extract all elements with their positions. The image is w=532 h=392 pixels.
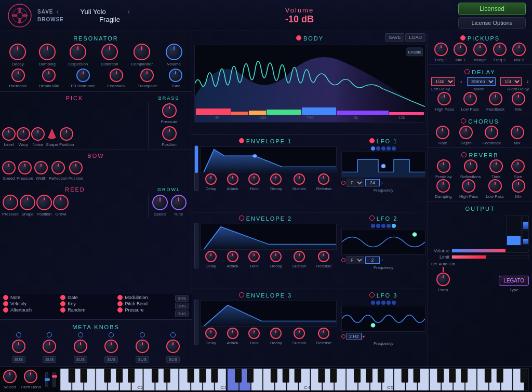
meta-sus-6[interactable]: SUS xyxy=(166,356,180,363)
porta-knob[interactable] xyxy=(436,273,450,286)
chorus-mix-knob[interactable] xyxy=(511,126,524,139)
reed-position-knob[interactable] xyxy=(36,195,52,210)
pitchbend-knob[interactable] xyxy=(24,370,37,383)
delay-power[interactable] xyxy=(464,69,470,74)
compander-knob[interactable] xyxy=(134,44,150,60)
env1-attack-knob[interactable] xyxy=(227,173,238,185)
bow-reflection-knob[interactable] xyxy=(51,161,65,174)
lfo3-heart-icon[interactable]: ♥ xyxy=(363,334,365,339)
prev-preset-button[interactable]: ‹ xyxy=(57,7,59,16)
right-delay-select[interactable]: 1/4 xyxy=(500,77,522,86)
meta-knob-2-control[interactable] xyxy=(43,340,56,353)
env3-attack-knob[interactable] xyxy=(227,328,238,339)
delay-lowpass-knob[interactable] xyxy=(463,92,477,105)
lfo2-note-icon[interactable]: ♪ xyxy=(381,258,383,262)
reverb-mix-knob[interactable] xyxy=(512,179,525,193)
bow-position-knob[interactable] xyxy=(69,161,83,174)
modulation-indicator[interactable] xyxy=(117,295,123,300)
fb-harmonic-knob[interactable] xyxy=(76,69,90,82)
meta-sus-1[interactable]: SUS xyxy=(12,356,25,363)
env2-decay-knob[interactable] xyxy=(270,251,282,262)
dispersion-knob[interactable] xyxy=(70,44,86,60)
bow-width-knob[interactable] xyxy=(34,161,48,174)
bow-speed-knob[interactable] xyxy=(2,161,16,174)
brass-pressure-knob[interactable] xyxy=(162,103,177,118)
pitchbend-indicator[interactable] xyxy=(117,301,123,306)
harmonic-knob[interactable] xyxy=(11,69,25,82)
distortion-knob[interactable] xyxy=(101,44,118,60)
resonator-feedback-knob[interactable] xyxy=(110,69,123,82)
mod-pressure-indicator[interactable] xyxy=(117,307,123,313)
piano-keyboard[interactable]: C2 C3 C4 C5 xyxy=(60,368,529,391)
reverb-time-knob[interactable] xyxy=(489,159,503,173)
mode-select[interactable]: Stereo xyxy=(467,77,496,86)
env1-hold-knob[interactable] xyxy=(248,173,260,185)
env1-release-knob[interactable] xyxy=(318,173,329,185)
browse-button[interactable]: BROWSE xyxy=(37,17,64,22)
note-indicator[interactable] xyxy=(3,295,8,300)
env1-power[interactable] xyxy=(239,138,244,143)
reverb-lowpass-knob[interactable] xyxy=(488,179,502,193)
body-save-button[interactable]: SAVE xyxy=(385,33,404,42)
meta-sus-4[interactable]: SUS xyxy=(104,356,118,363)
chorus-power[interactable] xyxy=(461,118,466,124)
chorus-feedback-knob[interactable] xyxy=(485,126,498,139)
body-load-button[interactable]: LOAD xyxy=(405,33,425,42)
chorus-rate-knob[interactable] xyxy=(436,126,449,139)
reed-shape-knob[interactable] xyxy=(20,195,35,210)
reverb-size-knob[interactable] xyxy=(511,159,525,173)
resonator-volume-knob[interactable] xyxy=(166,44,182,60)
reverb-power[interactable] xyxy=(461,152,467,157)
voices-knob[interactable] xyxy=(3,370,17,383)
env1-sustain-knob[interactable] xyxy=(294,173,305,185)
body-power[interactable] xyxy=(296,35,301,40)
licensed-button[interactable]: Licensed xyxy=(458,3,526,15)
sus-button-2[interactable]: SUS xyxy=(175,303,189,309)
mix2-knob[interactable] xyxy=(512,43,526,56)
porta-switch[interactable] xyxy=(443,267,444,272)
meta-knob-4-control[interactable] xyxy=(104,340,118,353)
mix1-knob[interactable] xyxy=(454,43,467,56)
sus-button-1[interactable]: SUS xyxy=(175,295,189,302)
lfo2-power[interactable] xyxy=(369,215,375,221)
pick-shape-icon[interactable] xyxy=(46,127,58,141)
sus-button-3[interactable]: SUS xyxy=(175,310,189,317)
delay-mix-knob[interactable] xyxy=(512,92,525,105)
reverb-reflections-knob[interactable] xyxy=(464,159,477,173)
decay-knob[interactable] xyxy=(9,44,26,60)
license-options-button[interactable]: License Options xyxy=(458,17,526,29)
next-preset-button[interactable]: › xyxy=(127,7,130,16)
reed-pressure-knob[interactable] xyxy=(3,195,18,210)
velocity-indicator[interactable] xyxy=(3,301,8,306)
env2-delay-knob[interactable] xyxy=(205,251,217,262)
env3-sustain-knob[interactable] xyxy=(294,328,305,339)
env2-hold-knob[interactable] xyxy=(248,251,260,262)
env1-delay-knob[interactable] xyxy=(205,173,217,185)
reverb-predelay-knob[interactable] xyxy=(437,159,450,173)
delay-highpass-knob[interactable] xyxy=(437,92,451,105)
lfo2-sync[interactable] xyxy=(341,258,345,262)
env3-release-knob[interactable] xyxy=(318,328,329,339)
meta-knob-1-control[interactable] xyxy=(12,340,25,353)
legato-button[interactable]: LEGATO xyxy=(499,276,529,286)
meta-knob-3-control[interactable] xyxy=(74,340,87,353)
key-indicator[interactable] xyxy=(60,301,65,306)
env3-hold-knob[interactable] xyxy=(248,328,260,339)
growl-tune-knob[interactable] xyxy=(171,195,187,210)
env2-attack-knob[interactable] xyxy=(227,251,238,262)
chorus-depth-knob[interactable] xyxy=(459,126,473,139)
bow-pressure-knob[interactable] xyxy=(18,161,32,174)
save-button[interactable]: SAVE xyxy=(37,9,54,15)
tune-knob[interactable] xyxy=(169,69,182,82)
left-delay-select[interactable]: 1/4d xyxy=(431,77,455,86)
meta-sus-3[interactable]: SUS xyxy=(74,356,87,363)
reverb-highpass-knob[interactable] xyxy=(462,179,475,193)
pickups-power[interactable] xyxy=(460,35,466,40)
env2-power[interactable] xyxy=(239,215,244,221)
reverb-damping-knob[interactable] xyxy=(436,179,450,193)
gate-indicator[interactable] xyxy=(60,295,65,300)
env1-decay-knob[interactable] xyxy=(270,173,282,185)
lfo1-mode-select[interactable]: F xyxy=(347,179,364,187)
lfo3-sync[interactable] xyxy=(341,334,345,339)
meta-sus-2[interactable]: SUS xyxy=(43,356,56,363)
